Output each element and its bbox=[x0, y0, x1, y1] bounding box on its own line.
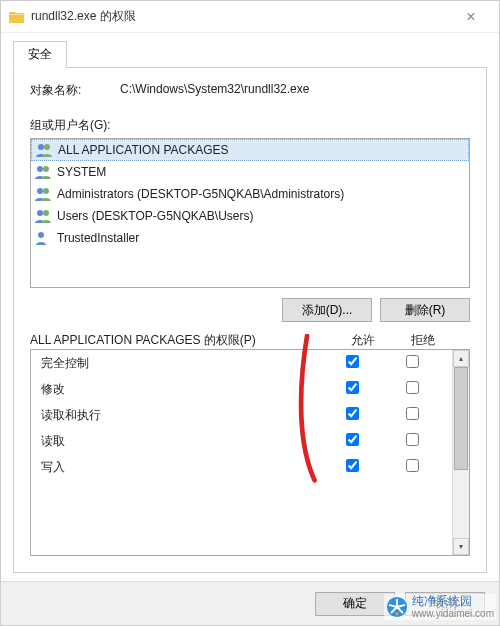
permission-label: 读取 bbox=[41, 433, 322, 450]
permission-row: 修改 bbox=[31, 376, 452, 402]
allow-checkbox[interactable] bbox=[346, 433, 359, 446]
list-item[interactable]: ALL APPLICATION PACKAGES bbox=[31, 139, 469, 161]
add-button[interactable]: 添加(D)... bbox=[282, 298, 372, 322]
deny-checkbox[interactable] bbox=[406, 433, 419, 446]
close-button[interactable]: × bbox=[451, 8, 491, 26]
permission-row: 读取 bbox=[31, 428, 452, 454]
svg-point-4 bbox=[37, 188, 43, 194]
permission-label: 写入 bbox=[41, 459, 322, 476]
scroll-up-button[interactable]: ▴ bbox=[453, 350, 469, 367]
list-item-label: TrustedInstaller bbox=[57, 231, 139, 245]
svg-point-6 bbox=[37, 210, 43, 216]
svg-point-2 bbox=[37, 166, 43, 172]
titlebar: rundll32.exe 的权限 × bbox=[1, 1, 499, 33]
watermark: 纯净系统园 www.yidaimei.com bbox=[384, 594, 496, 620]
watermark-icon bbox=[386, 596, 408, 618]
svg-point-0 bbox=[38, 144, 44, 150]
permission-label: 完全控制 bbox=[41, 355, 322, 372]
deny-checkbox[interactable] bbox=[406, 407, 419, 420]
deny-checkbox[interactable] bbox=[406, 459, 419, 472]
col-allow-header: 允许 bbox=[333, 332, 393, 349]
svg-point-1 bbox=[44, 144, 50, 150]
allow-checkbox[interactable] bbox=[346, 459, 359, 472]
permissions-list: 完全控制修改读取和执行读取写入 bbox=[31, 350, 452, 555]
object-name-label: 对象名称: bbox=[30, 82, 120, 99]
deny-checkbox[interactable] bbox=[406, 381, 419, 394]
list-item-label: Administrators (DESKTOP-G5NQKAB\Administ… bbox=[57, 187, 344, 201]
permissions-title: ALL APPLICATION PACKAGES 的权限(P) bbox=[30, 332, 333, 349]
window-title: rundll32.exe 的权限 bbox=[31, 8, 451, 25]
permissions-scrollbar[interactable]: ▴ ▾ bbox=[452, 350, 469, 555]
tab-security[interactable]: 安全 bbox=[13, 41, 67, 68]
svg-point-3 bbox=[43, 166, 49, 172]
permission-row: 完全控制 bbox=[31, 350, 452, 376]
list-item-label: Users (DESKTOP-G5NQKAB\Users) bbox=[57, 209, 253, 223]
list-item-label: ALL APPLICATION PACKAGES bbox=[58, 143, 229, 157]
group-buttons-row: 添加(D)... 删除(R) bbox=[30, 298, 470, 322]
remove-button[interactable]: 删除(R) bbox=[380, 298, 470, 322]
svg-point-5 bbox=[43, 188, 49, 194]
permission-row: 读取和执行 bbox=[31, 402, 452, 428]
object-name-value: C:\Windows\System32\rundll32.exe bbox=[120, 82, 309, 99]
list-item[interactable]: SYSTEM bbox=[31, 161, 469, 183]
permissions-box: 完全控制修改读取和执行读取写入 ▴ ▾ bbox=[30, 349, 470, 556]
permissions-dialog: rundll32.exe 的权限 × 安全 对象名称: C:\Windows\S… bbox=[0, 0, 500, 626]
list-item[interactable]: Administrators (DESKTOP-G5NQKAB\Administ… bbox=[31, 183, 469, 205]
scroll-down-button[interactable]: ▾ bbox=[453, 538, 469, 555]
list-item-label: SYSTEM bbox=[57, 165, 106, 179]
groups-label: 组或用户名(G): bbox=[30, 117, 470, 134]
svg-point-7 bbox=[43, 210, 49, 216]
allow-checkbox[interactable] bbox=[346, 407, 359, 420]
col-deny-header: 拒绝 bbox=[393, 332, 453, 349]
tab-strip: 安全 bbox=[13, 41, 487, 68]
permission-row: 写入 bbox=[31, 454, 452, 480]
permission-label: 修改 bbox=[41, 381, 322, 398]
watermark-brand: 纯净系统园 bbox=[412, 595, 494, 608]
scroll-thumb[interactable] bbox=[454, 367, 468, 470]
folder-icon bbox=[9, 9, 25, 25]
content-area: 安全 对象名称: C:\Windows\System32\rundll32.ex… bbox=[1, 33, 499, 581]
list-item[interactable]: TrustedInstaller bbox=[31, 227, 469, 249]
object-name-row: 对象名称: C:\Windows\System32\rundll32.exe bbox=[30, 82, 470, 99]
groups-listbox[interactable]: ALL APPLICATION PACKAGESSYSTEMAdministra… bbox=[30, 138, 470, 288]
allow-checkbox[interactable] bbox=[346, 355, 359, 368]
security-panel: 对象名称: C:\Windows\System32\rundll32.exe 组… bbox=[13, 68, 487, 573]
permission-label: 读取和执行 bbox=[41, 407, 322, 424]
allow-checkbox[interactable] bbox=[346, 381, 359, 394]
permissions-header: ALL APPLICATION PACKAGES 的权限(P) 允许 拒绝 bbox=[30, 332, 470, 349]
deny-checkbox[interactable] bbox=[406, 355, 419, 368]
watermark-url: www.yidaimei.com bbox=[412, 608, 494, 619]
svg-point-8 bbox=[38, 232, 44, 238]
scroll-track[interactable] bbox=[453, 367, 469, 538]
list-item[interactable]: Users (DESKTOP-G5NQKAB\Users) bbox=[31, 205, 469, 227]
